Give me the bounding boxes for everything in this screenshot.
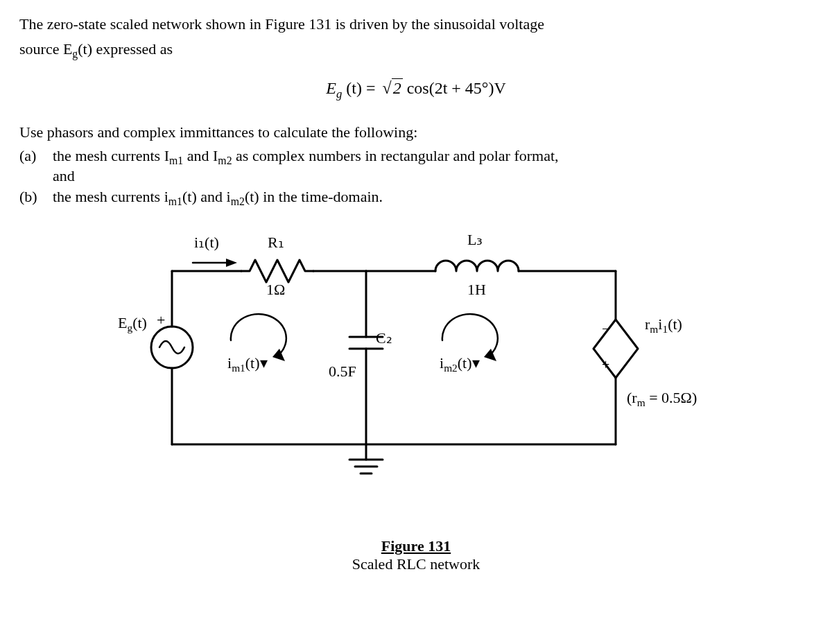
equation: Eg (t) = 2 cos(2t + 45°)V: [19, 79, 813, 101]
intro-line-2: source Eg(t) expressed as: [19, 39, 813, 62]
label-dep: rmi1(t): [645, 315, 682, 336]
label-rm: (rm = 0.5Ω): [627, 389, 697, 409]
label-dep-minus: −: [602, 321, 609, 337]
label-dep-plus: +: [602, 357, 609, 373]
label-C2-val: 0.5F: [329, 363, 356, 381]
label-im1: im1(t)▾: [227, 354, 268, 374]
label-R1-val: 1Ω: [266, 281, 285, 299]
label-R1: R₁: [268, 234, 284, 252]
label-Eg: Eg(t): [118, 314, 147, 334]
svg-marker-5: [226, 259, 237, 267]
item-a: (a) the mesh currents Im1 and Im2 as com…: [19, 147, 813, 185]
label-Eg-plus: +: [157, 311, 165, 329]
use-line: Use phasors and complex immittances to c…: [19, 122, 813, 143]
label-C2: C₂: [376, 329, 392, 347]
label-L3: L₃: [467, 231, 483, 249]
circuit-figure: i₁(t) R₁ 1Ω L₃ 1H Eg(t) + im1(t)▾ C₂ 0.5…: [116, 229, 727, 534]
label-i1: i₁(t): [194, 234, 219, 252]
figure-caption: Figure 131 Scaled RLC network: [19, 537, 813, 573]
label-L3-val: 1H: [467, 281, 486, 299]
item-b: (b) the mesh currents im1(t) and im2(t) …: [19, 188, 813, 208]
label-im2: im2(t)▾: [440, 354, 480, 374]
intro-line-1: The zero-state scaled network shown in F…: [19, 14, 813, 35]
